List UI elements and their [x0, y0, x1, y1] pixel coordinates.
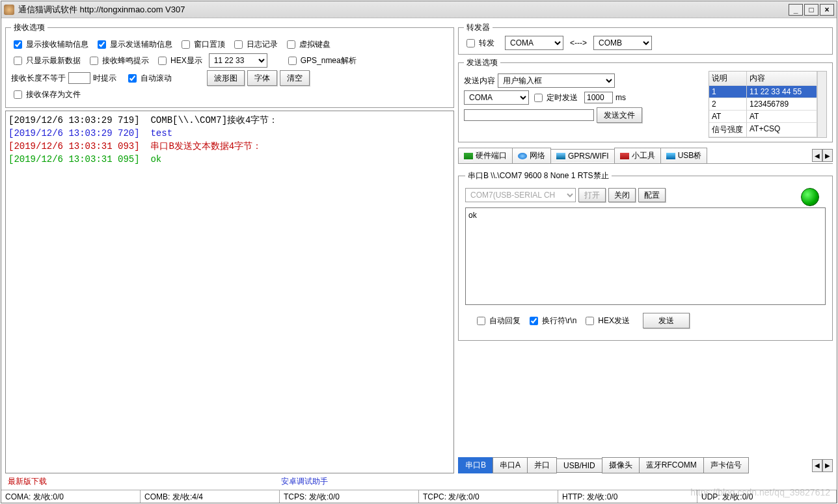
- tab-scroll-left[interactable]: ◀: [812, 149, 822, 162]
- preset-row[interactable]: ATAT: [709, 111, 817, 123]
- serial-port-combo[interactable]: COM7(USB-SERIAL CH: [465, 188, 576, 202]
- send-options: 发送选项 发送内容 用户输入框 COMA 定时发送 ms: [458, 57, 833, 142]
- status-led-icon: [801, 188, 819, 206]
- bottom-tab[interactable]: USB/HID: [556, 458, 602, 473]
- chk-autoreply[interactable]: 自动回复: [474, 315, 520, 327]
- chk-hex[interactable]: HEX显示: [155, 55, 202, 67]
- chk-autoscroll[interactable]: 自动滚动: [126, 72, 172, 85]
- preset-row[interactable]: 信号强度AT+CSQ: [709, 123, 817, 137]
- bottom-tabs: 串口B串口A并口USB/HID摄像头蓝牙RFCOMM声卡信号◀▶: [458, 453, 833, 473]
- tab-scroll-right[interactable]: ▶: [822, 149, 833, 162]
- btn-config[interactable]: 配置: [638, 188, 666, 202]
- titlebar: 通信猫调试软件 http://tongxinmao.com V307 _ □ ×: [1, 1, 837, 18]
- fwd-legend: 转发器: [464, 22, 493, 33]
- preset-row[interactable]: 2123456789: [709, 98, 817, 111]
- fwd-arrow: <--->: [570, 38, 587, 47]
- timer-unit: ms: [615, 93, 626, 102]
- btn-send[interactable]: 发送: [643, 313, 690, 328]
- log-line: [2019/12/6 13:03:29 719] COMB[\\.\COM7]接…: [8, 114, 451, 127]
- chk-crlf[interactable]: 换行符\r\n: [527, 315, 576, 327]
- chk-show-send-aux[interactable]: 显示发送辅助信息: [95, 38, 172, 51]
- bottom-tab[interactable]: 摄像头: [602, 457, 640, 473]
- timer-value[interactable]: [584, 92, 613, 103]
- status-cell: COMB: 发/收:4/4: [141, 490, 280, 503]
- len-label-b: 时提示: [93, 73, 116, 84]
- status-cell: TCPC: 发/收:0/0: [419, 490, 558, 503]
- chk-fwd[interactable]: 转发: [464, 37, 494, 49]
- chk-topmost[interactable]: 窗口置顶: [179, 38, 225, 51]
- chk-timer[interactable]: 定时发送: [532, 92, 578, 104]
- chk-vkbd[interactable]: 虚拟键盘: [284, 38, 331, 51]
- maximize-button[interactable]: □: [804, 4, 818, 16]
- btn-wave[interactable]: 波形图: [207, 70, 245, 86]
- window-title: 通信猫调试软件 http://tongxinmao.com V307: [18, 4, 787, 16]
- preset-scrollbar[interactable]: [817, 72, 826, 137]
- chk-only-new[interactable]: 只显示最新数据: [11, 55, 81, 67]
- tab-gprs[interactable]: GPRS/WIFI: [550, 149, 615, 163]
- chk-show-recv-aux[interactable]: 显示接收辅助信息: [11, 38, 88, 51]
- fwd-combo-a[interactable]: COMA: [505, 36, 563, 50]
- hex-combo[interactable]: 11 22 33: [209, 53, 267, 68]
- tab-network[interactable]: 网络: [512, 148, 551, 163]
- forwarder: 转发器 转发 COMA <---> COMB: [458, 22, 833, 55]
- log-area[interactable]: [2019/12/6 13:03:29 719] COMB[\\.\COM7]接…: [5, 111, 454, 473]
- close-button[interactable]: ×: [820, 4, 834, 16]
- top-tabs: 硬件端口 网络 GPRS/WIFI 小工具 USB桥 ◀ ▶: [458, 148, 833, 164]
- btn-font[interactable]: 字体: [247, 70, 277, 86]
- log-line: [2019/12/6 13:03:31 093] 串口B发送文本数据4字节：: [8, 140, 451, 153]
- wifi-icon: [556, 153, 565, 159]
- btab-scroll-left[interactable]: ◀: [812, 459, 822, 472]
- bottom-tab[interactable]: 串口A: [493, 457, 528, 473]
- status-cell: TCPS: 发/收:0/0: [280, 490, 419, 503]
- globe-icon: [518, 153, 527, 159]
- len-input[interactable]: [68, 72, 90, 84]
- send-file-path[interactable]: [464, 109, 594, 121]
- fwd-combo-b[interactable]: COMB: [593, 36, 652, 50]
- minimize-button[interactable]: _: [789, 4, 803, 16]
- usb-icon: [666, 153, 675, 159]
- bottom-tab[interactable]: 串口B: [458, 457, 493, 473]
- preset-row[interactable]: 111 22 33 44 55: [709, 86, 817, 98]
- bottom-tab[interactable]: 并口: [527, 457, 557, 473]
- preset-grid[interactable]: 说明内容 111 22 33 44 552123456789ATAT信号强度AT…: [709, 71, 827, 138]
- tab-tool[interactable]: 小工具: [614, 148, 661, 163]
- log-line: [2019/12/6 13:03:29 720] test: [8, 127, 451, 140]
- send-content-combo[interactable]: 用户输入框: [498, 73, 615, 88]
- link-android[interactable]: 安卓调试助手: [281, 476, 328, 487]
- chk-gps[interactable]: GPS_nmea解析: [286, 55, 357, 67]
- btn-send-file[interactable]: 发送文件: [597, 107, 642, 123]
- toolbox-icon: [620, 153, 629, 159]
- send-textarea[interactable]: [465, 207, 826, 305]
- serial-legend: 串口B \\.\COM7 9600 8 None 1 RTS禁止: [465, 170, 612, 181]
- tab-usb[interactable]: USB桥: [660, 148, 708, 163]
- watermark: https://blog.csdn.net/qq_39827612: [690, 487, 830, 497]
- bottom-tab[interactable]: 声卡信号: [703, 457, 749, 473]
- btn-open[interactable]: 打开: [578, 188, 606, 202]
- app-icon: [4, 5, 14, 15]
- send-port-combo[interactable]: COMA: [464, 90, 529, 105]
- recv-options: 接收选项 显示接收辅助信息 显示发送辅助信息 窗口置顶 日志记录 虚拟键盘 只显…: [5, 22, 454, 108]
- send-legend: 发送选项: [464, 57, 500, 68]
- log-line: [2019/12/6 13:03:31 095] ok: [8, 153, 451, 166]
- recv-legend: 接收选项: [11, 22, 47, 33]
- btn-clear[interactable]: 清空: [280, 70, 310, 86]
- chip-icon: [464, 153, 473, 159]
- chk-beep[interactable]: 接收蜂鸣提示: [87, 55, 149, 67]
- serial-panel: 串口B \\.\COM7 9600 8 None 1 RTS禁止 COM7(US…: [458, 170, 833, 341]
- tab-hardware[interactable]: 硬件端口: [458, 148, 513, 163]
- chk-log[interactable]: 日志记录: [232, 38, 278, 51]
- link-download[interactable]: 最新版下载: [8, 476, 47, 487]
- chk-hexsend[interactable]: HEX发送: [583, 315, 630, 327]
- send-content-label: 发送内容: [464, 75, 495, 86]
- btn-close[interactable]: 关闭: [608, 188, 636, 202]
- btab-scroll-right[interactable]: ▶: [822, 459, 833, 472]
- status-cell: COMA: 发/收:0/0: [1, 490, 141, 503]
- bottom-tab[interactable]: 蓝牙RFCOMM: [639, 457, 704, 473]
- chk-savefile[interactable]: 接收保存为文件: [11, 88, 81, 101]
- status-cell: HTTP: 发/收:0/0: [558, 490, 697, 503]
- len-label-a: 接收长度不等于: [11, 73, 66, 84]
